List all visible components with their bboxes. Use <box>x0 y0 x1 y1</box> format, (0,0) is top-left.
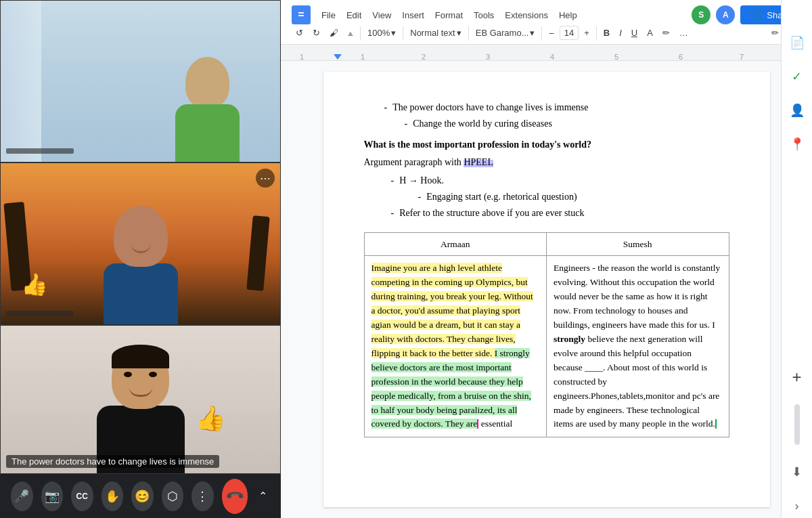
controls-bar: 🎤 📷 CC ✋ 😊 ⬡ ⋮ 📞 ⌃ <box>0 474 281 518</box>
raise-hand-button[interactable]: ✋ <box>102 481 124 511</box>
bullet-2: Change the world by curing diseases <box>364 116 729 131</box>
doc-menubar-row: = File Edit View Insert Format Tools Ext… <box>286 3 807 24</box>
armaan-text-green: I strongly believe doctors are the most … <box>371 348 531 429</box>
table-header-armaan: Armaan <box>364 232 547 256</box>
doc-page: The power doctors have to change lives i… <box>323 72 770 507</box>
doc-content-area[interactable]: The power doctors have to change lives i… <box>281 61 812 518</box>
plus-icon: + <box>792 368 801 387</box>
camera-button[interactable]: 📷 <box>41 481 64 511</box>
mic-icon: 🎤 <box>14 489 29 504</box>
more-options-button[interactable]: ⋯ <box>256 169 275 188</box>
styles-button[interactable]: Normal text ▾ <box>406 26 465 40</box>
menu-tools[interactable]: Tools <box>468 8 499 22</box>
end-call-icon: 📞 <box>224 485 245 506</box>
docs-icon: 📄 <box>790 35 805 50</box>
right-sidebar-chat-button[interactable]: ✓ <box>785 64 809 89</box>
spell-check-button[interactable]: ⟁ <box>344 26 357 40</box>
italic-button[interactable]: I <box>615 26 626 40</box>
sumesh-strongly: strongly <box>554 334 585 344</box>
camera-icon: 📷 <box>45 489 60 504</box>
table-cell-sumesh[interactable]: Engineers - the reason the world is cons… <box>547 256 729 437</box>
menu-edit[interactable]: Edit <box>341 8 367 22</box>
doc-ruler: 1 1 2 3 4 5 6 7 <box>281 45 812 61</box>
avatar-2: A <box>716 5 735 24</box>
table-row: Imagine you are a high level athlete com… <box>364 256 729 437</box>
armaan-text-highlighted: Imagine you are a high level athlete com… <box>371 263 533 358</box>
toolbar-divider-2 <box>403 26 403 40</box>
menu-help[interactable]: Help <box>554 8 583 22</box>
right-sidebar-plus-button[interactable]: + <box>785 365 809 389</box>
menu-format[interactable]: Format <box>430 8 468 22</box>
video-panel: 👍 ⋯ <box>0 0 281 518</box>
more-icon: ⋮ <box>196 489 208 504</box>
font-size-plus-button[interactable]: + <box>580 26 593 40</box>
undo-button[interactable]: ↺ <box>292 26 307 40</box>
toolbar-divider-4 <box>541 26 542 40</box>
you-label: The power doctors have to change lives i… <box>6 455 219 468</box>
paint-format-button[interactable]: 🖌 <box>325 26 342 40</box>
text-color-button[interactable]: A <box>643 26 657 40</box>
right-sidebar-person-button[interactable]: 👤 <box>785 98 809 123</box>
mic-button[interactable]: 🎤 <box>11 481 33 511</box>
chevron-right-icon: › <box>795 499 799 513</box>
more-button[interactable]: ⋮ <box>191 481 214 511</box>
chevron-up-icon: ⌃ <box>258 490 267 502</box>
video-tile-2: 👍 ⋯ <box>0 163 281 325</box>
right-sidebar-chevron-button[interactable]: › <box>785 494 809 518</box>
bold-question: What is the most important profession in… <box>364 137 729 152</box>
effects-icon: ⬡ <box>167 489 178 504</box>
menu-view[interactable]: View <box>367 8 397 22</box>
hpeel-text: HPEEL <box>464 157 493 167</box>
map-icon: 📍 <box>790 137 805 152</box>
doc-table: Armaan Sumesh Imagine you are a high lev… <box>364 232 729 438</box>
font-size-minus-button[interactable]: – <box>545 26 558 40</box>
right-sidebar-docs-button[interactable]: 📄 <box>785 30 809 55</box>
doc-topbar: = File Edit View Insert Format Tools Ext… <box>281 0 812 45</box>
sumesh-text: Engineers - the reason the world is cons… <box>554 263 720 429</box>
toolbar-divider-1 <box>360 26 361 40</box>
emoji-icon: 😊 <box>135 489 150 504</box>
share-icon: 👤 <box>751 9 763 20</box>
scroll-indicator <box>794 404 800 445</box>
check-icon: ✓ <box>792 69 802 84</box>
hook-line: H → Hook. <box>364 173 729 188</box>
effects-button[interactable]: ⬡ <box>162 481 184 511</box>
menu-file[interactable]: File <box>316 8 341 22</box>
video-tile-you: 👍 The power doctors have to change lives… <box>0 325 281 474</box>
menu-insert[interactable]: Insert <box>397 8 430 22</box>
emoji-button[interactable]: 😊 <box>131 481 154 511</box>
end-call-button[interactable]: 📞 <box>222 479 248 514</box>
more-toolbar-button[interactable]: … <box>675 26 692 40</box>
chevron-up-button[interactable]: ⌃ <box>256 487 270 505</box>
toolbar-divider-3 <box>468 26 469 40</box>
right-sidebar: 📄 ✓ 👤 📍 + ⬇ › <box>781 0 812 518</box>
raise-hand-icon: ✋ <box>105 489 120 504</box>
indent-marker[interactable] <box>334 54 342 60</box>
sumesh-cursor <box>715 419 717 429</box>
captions-icon: CC <box>76 492 88 501</box>
bold-button[interactable]: B <box>600 26 614 40</box>
table-header-sumesh: Sumesh <box>547 232 729 256</box>
bullet-1: The power doctors have to change lives i… <box>364 100 729 115</box>
avatar-1: S <box>692 5 710 24</box>
zoom-button[interactable]: 100% ▾ <box>363 26 400 40</box>
right-sidebar-download-button[interactable]: ⬇ <box>785 460 809 484</box>
armaan-essential: essential <box>478 418 512 429</box>
refer-line: Refer to the structure above if you are … <box>364 206 729 221</box>
engaging-line: Engaging start (e.g. rhetorical question… <box>364 190 729 204</box>
download-icon: ⬇ <box>792 465 802 479</box>
argument-line: Argument paragraph with HPEEL <box>364 155 729 170</box>
video-tile-1 <box>0 0 281 163</box>
font-size-field[interactable]: 14 <box>560 26 579 40</box>
table-cell-armaan[interactable]: Imagine you are a high level athlete com… <box>364 256 547 437</box>
menu-extensions[interactable]: Extensions <box>499 8 554 22</box>
person-icon: 👤 <box>790 103 805 118</box>
doc-toolbar-row: ↺ ↻ 🖌 ⟁ 100% ▾ Normal text ▾ EB Garamo..… <box>286 24 807 41</box>
highlight-button[interactable]: ✏ <box>658 26 674 40</box>
font-button[interactable]: EB Garamo... ▾ <box>472 26 539 40</box>
underline-button[interactable]: U <box>627 26 641 40</box>
doc-panel: = File Edit View Insert Format Tools Ext… <box>281 0 812 518</box>
redo-button[interactable]: ↻ <box>309 26 324 40</box>
captions-button[interactable]: CC <box>71 481 93 511</box>
right-sidebar-map-button[interactable]: 📍 <box>785 132 809 156</box>
